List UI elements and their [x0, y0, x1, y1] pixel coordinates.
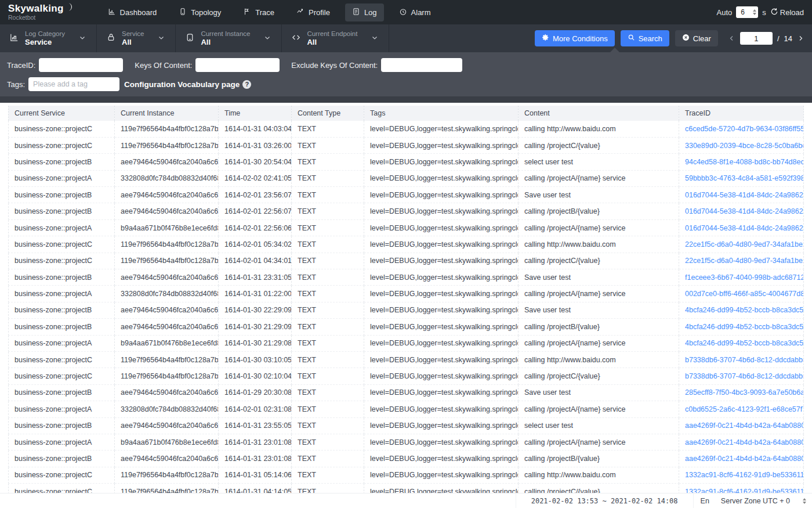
cell-current-instance: aee79464c59046fca2040a6c68...	[115, 203, 219, 219]
cell-content: calling /projectB/{value}	[519, 319, 679, 335]
auto-interval-stepper[interactable]: 6	[736, 6, 758, 18]
next-page-icon[interactable]	[797, 35, 804, 42]
cell-content: calling /projectC/{value}	[519, 137, 679, 153]
cell-tags: level=DEBUG,logger=test.skywalking.sprin…	[364, 401, 519, 417]
cell-traceid-link[interactable]: f1eceee3-6b67-4040-998b-adc6871261c1	[679, 269, 804, 286]
cell-time: 1614-01-30 20:54:04	[219, 154, 292, 170]
cell-content-type: TEXT	[292, 451, 364, 467]
cell-traceid-link[interactable]: 4bcfa246-dd99-4b52-bccb-b8ca3dc5fc94	[679, 335, 804, 351]
cell-traceid-link[interactable]: 016d7044-5e38-41d4-84dc-24a98624a30e	[679, 203, 804, 219]
page-number-input[interactable]	[740, 32, 773, 45]
cell-traceid-link[interactable]: 4bcfa246-dd99-4b52-bccb-b8ca3dc5fc94	[679, 302, 804, 318]
nav-item-log[interactable]: Log	[345, 3, 384, 21]
cell-tags: level=DEBUG,logger=test.skywalking.sprin…	[364, 351, 519, 368]
cell-content-type: TEXT	[292, 351, 364, 368]
cell-traceid-link[interactable]: b7338db6-3707-4b6d-8c12-ddcdabbdb45a	[679, 368, 804, 384]
panel-bottom-strip	[0, 96, 812, 103]
cell-traceid-link[interactable]: c0bd6525-2a6c-4123-92f1-e68ce57f767d	[679, 401, 804, 417]
log-table: Current Service Current Instance Time Co…	[8, 106, 804, 500]
cell-traceid-link[interactable]: 4bcfa246-dd99-4b52-bccb-b8ca3dc5fc94	[679, 319, 804, 335]
vocabulary-page-link[interactable]: Configuration Vocabulary page	[124, 80, 240, 89]
language-toggle[interactable]: En	[693, 493, 716, 508]
nav-item-profile[interactable]: Profile	[289, 3, 337, 21]
table-row: business-zone::projectB aee79464c59046fc…	[9, 417, 804, 434]
cell-current-instance: aee79464c59046fca2040a6c68...	[115, 319, 219, 335]
current-endpoint-selector[interactable]: Current Endpoint All	[282, 24, 389, 52]
cell-current-instance: 119e7f96564b4a4fbf0c128a7b0...	[115, 137, 219, 153]
cell-traceid-link[interactable]: b7338db6-3707-4b6d-8c12-ddcdabbdb45a	[679, 351, 804, 368]
stepper-arrows-icon[interactable]	[753, 9, 756, 15]
cell-content-type: TEXT	[292, 335, 364, 351]
nav-item-trace[interactable]: Trace	[236, 3, 281, 21]
current-instance-selector[interactable]: Current Instance All	[176, 24, 282, 52]
nav-item-label: Dashboard	[120, 8, 157, 17]
time-range-picker[interactable]: 2021-02-02 13:53 ~ 2021-02-02 14:08	[516, 493, 693, 508]
search-icon	[628, 34, 635, 43]
cell-traceid-link[interactable]: 330e89d0-2039-4bce-8c28-5c0ba6bc8ce7	[679, 137, 804, 153]
filter-toolbar: Log Category Service Service All Current…	[0, 24, 812, 52]
cell-content-type: TEXT	[292, 384, 364, 401]
cell-current-instance: aee79464c59046fca2040a6c68...	[115, 302, 219, 318]
chart-icon	[9, 33, 19, 45]
cell-traceid-link[interactable]: aae4269f-0c21-4b4d-b42a-64ab08808ac8	[679, 417, 804, 434]
cell-traceid-link[interactable]: aae4269f-0c21-4b4d-b42a-64ab08808ac8	[679, 451, 804, 467]
cell-traceid-link[interactable]: aae4269f-0c21-4b4d-b42a-64ab08808ac8	[679, 434, 804, 450]
cell-traceid-link[interactable]: 016d7044-5e38-41d4-84dc-24a98624a30e	[679, 219, 804, 236]
cell-traceid-link[interactable]: 22ce1f5c-d6a0-4d80-9ed7-34afa1be2490	[679, 236, 804, 253]
auto-reload-controls: Auto 6 s Reload	[717, 6, 804, 18]
cell-tags: level=DEBUG,logger=test.skywalking.sprin…	[364, 335, 519, 351]
clear-button[interactable]: Clear	[675, 30, 718, 46]
auto-unit-label: s	[762, 8, 766, 17]
trace-id-input[interactable]	[39, 58, 123, 72]
reload-button[interactable]: Reload	[770, 8, 804, 17]
cell-current-service: business-zone::projectA	[9, 219, 115, 236]
cell-traceid-link[interactable]: 016d7044-5e38-41d4-84dc-24a98624a30e	[679, 187, 804, 203]
selector-label: Service	[122, 30, 144, 38]
cell-time: 1614-01-31 23:55:05	[219, 417, 292, 434]
cell-content-type: TEXT	[292, 236, 364, 253]
cell-time: 1614-01-31 23:31:05	[219, 269, 292, 286]
table-row: business-zone::projectB aee79464c59046fc…	[9, 154, 804, 170]
cell-current-service: business-zone::projectB	[9, 384, 115, 401]
server-zone-control[interactable]: Server Zone UTC + 0	[716, 493, 812, 508]
cell-traceid-link[interactable]: 002d7ce0-bff6-466f-a85c-4004677d8fbf	[679, 286, 804, 302]
exclude-keys-input[interactable]	[381, 58, 462, 72]
selector-label: Current Instance	[201, 30, 250, 38]
table-row: business-zone::projectB aee79464c59046fc…	[9, 269, 804, 286]
cell-content-type: TEXT	[292, 170, 364, 186]
nav-item-alarm[interactable]: Alarm	[392, 3, 438, 21]
clear-circle-x-icon	[682, 34, 690, 43]
cell-content: calling /projectC/{value}	[519, 253, 679, 269]
cell-current-instance: aee79464c59046fca2040a6c68...	[115, 451, 219, 467]
prev-page-icon[interactable]	[728, 35, 735, 42]
zone-stepper-icon[interactable]	[803, 498, 806, 504]
cell-tags: level=DEBUG,logger=test.skywalking.sprin…	[364, 451, 519, 467]
cell-traceid-link[interactable]: 59bbbb3c-4763-4c84-a581-e592f39865bd	[679, 170, 804, 186]
app-logo[interactable]: Skywalking Rocketbot	[8, 3, 74, 21]
cell-traceid-link[interactable]: 1332ac91-8cf6-4162-91d9-be53361168a9	[679, 467, 804, 483]
cell-traceid-link[interactable]: 94c4ed58-8f1e-4088-bd8c-bb74d8eca703	[679, 154, 804, 170]
search-button[interactable]: Search	[621, 30, 669, 46]
cell-traceid-link[interactable]: 285ecff8-7f50-4bc3-9093-6a7e50b6a9a3	[679, 384, 804, 401]
nav-item-topology[interactable]: Topology	[172, 3, 228, 21]
cell-content-type: TEXT	[292, 269, 364, 286]
table-row: business-zone::projectA b9a4aa671b0f476b…	[9, 219, 804, 236]
trace-id-label: TraceID:	[7, 61, 35, 70]
tags-input[interactable]	[28, 77, 119, 91]
cell-tags: level=DEBUG,logger=test.skywalking.sprin…	[364, 236, 519, 253]
table-row: business-zone::projectA 332808d0fc784db0…	[9, 401, 804, 417]
log-category-selector[interactable]: Log Category Service	[0, 24, 97, 52]
cell-current-instance: 119e7f96564b4a4fbf0c128a7b0...	[115, 351, 219, 368]
help-question-icon[interactable]: ?	[242, 80, 251, 89]
service-selector[interactable]: Service All	[97, 24, 176, 52]
nav-item-label: Alarm	[411, 8, 431, 17]
cell-traceid-link[interactable]: 22ce1f5c-d6a0-4d80-9ed7-34afa1be2490	[679, 253, 804, 269]
cell-current-service: business-zone::projectC	[9, 368, 115, 384]
nav-item-label: Trace	[255, 8, 274, 17]
keys-of-content-input[interactable]	[195, 58, 280, 72]
alarm-icon	[399, 8, 407, 17]
nav-item-dashboard[interactable]: Dashboard	[101, 3, 164, 21]
more-conditions-button[interactable]: More Conditions	[535, 30, 615, 46]
cell-traceid-link[interactable]: c6ced5de-5720-4d7b-9634-03f86ff55d30	[679, 121, 804, 137]
top-navbar: Skywalking Rocketbot Dashboard Topology …	[0, 0, 812, 24]
